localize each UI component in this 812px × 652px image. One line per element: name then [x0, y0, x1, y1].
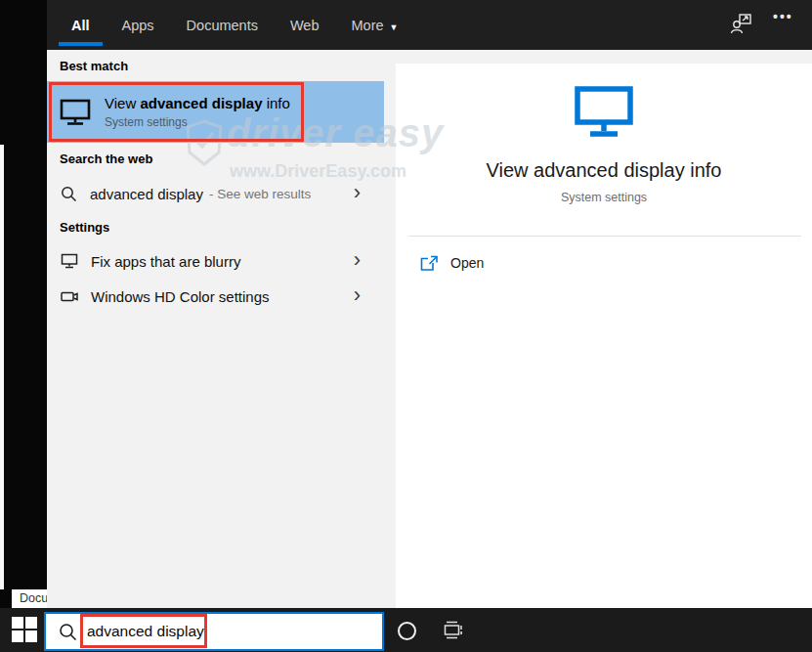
tab-list: All Apps Documents Web More▼ [47, 0, 812, 50]
background-dark-strip [0, 0, 47, 608]
preview-title: View advanced display info [396, 159, 812, 182]
best-match-item[interactable]: View advanced display info System settin… [47, 81, 384, 143]
divider [408, 236, 801, 237]
settings-item-hd-color[interactable]: Windows HD Color settings › [47, 282, 384, 311]
monitor-icon [60, 98, 91, 126]
text-cursor [205, 622, 207, 642]
chevron-down-icon: ▼ [390, 22, 399, 32]
settings-item-fix-blurry[interactable]: Fix apps that are blurry › [47, 246, 384, 276]
search-icon [61, 186, 77, 202]
chevron-right-icon: › [354, 283, 361, 308]
settings-item-label: Fix apps that are blurry [91, 253, 240, 270]
best-match-title: View advanced display info [105, 95, 290, 111]
more-options-icon[interactable]: ••• [773, 9, 793, 24]
task-view-icon[interactable] [442, 619, 464, 641]
tab-all[interactable]: All [71, 18, 90, 33]
chevron-right-icon: › [354, 247, 361, 273]
video-display-icon [61, 290, 78, 303]
open-label: Open [450, 255, 484, 271]
preview-panel: View advanced display info System settin… [396, 64, 812, 608]
search-tab-bar: All Apps Documents Web More▼ ••• [47, 0, 812, 50]
web-search-suffix: - See web results [209, 187, 311, 201]
section-header-settings: Settings [60, 220, 109, 235]
windows-search-flyout: Docu All Apps Documents Web More▼ ••• Be… [0, 0, 812, 652]
web-search-query: advanced display [90, 186, 203, 202]
section-header-web: Search the web [60, 152, 152, 166]
settings-item-label: Windows HD Color settings [91, 288, 270, 305]
windows-logo-icon [12, 617, 38, 642]
search-icon [59, 623, 77, 641]
tab-more[interactable]: More▼ [352, 18, 399, 33]
search-input-value: advanced display [87, 623, 204, 640]
best-match-subtitle: System settings [105, 115, 290, 129]
tab-documents[interactable]: Documents [187, 18, 258, 33]
feedback-icon[interactable] [729, 12, 754, 37]
start-button[interactable] [12, 617, 38, 643]
section-header-best-match: Best match [60, 59, 128, 73]
web-search-item[interactable]: advanced display - See web results › [47, 179, 384, 208]
cortana-icon[interactable] [398, 622, 416, 640]
taskbar: advanced display [0, 608, 812, 652]
taskbar-search-box[interactable]: advanced display [44, 612, 384, 651]
background-left-sliver [0, 145, 4, 589]
open-action[interactable]: Open [396, 247, 812, 279]
tab-web[interactable]: Web [290, 18, 320, 33]
monitor-icon [61, 253, 78, 269]
tab-apps[interactable]: Apps [122, 18, 154, 33]
search-results-panel: Best match View advanced display info Sy… [47, 50, 384, 608]
preview-subtitle: System settings [396, 191, 812, 204]
chevron-right-icon: › [354, 180, 361, 205]
open-external-icon [420, 255, 439, 272]
monitor-icon-large [574, 85, 634, 138]
